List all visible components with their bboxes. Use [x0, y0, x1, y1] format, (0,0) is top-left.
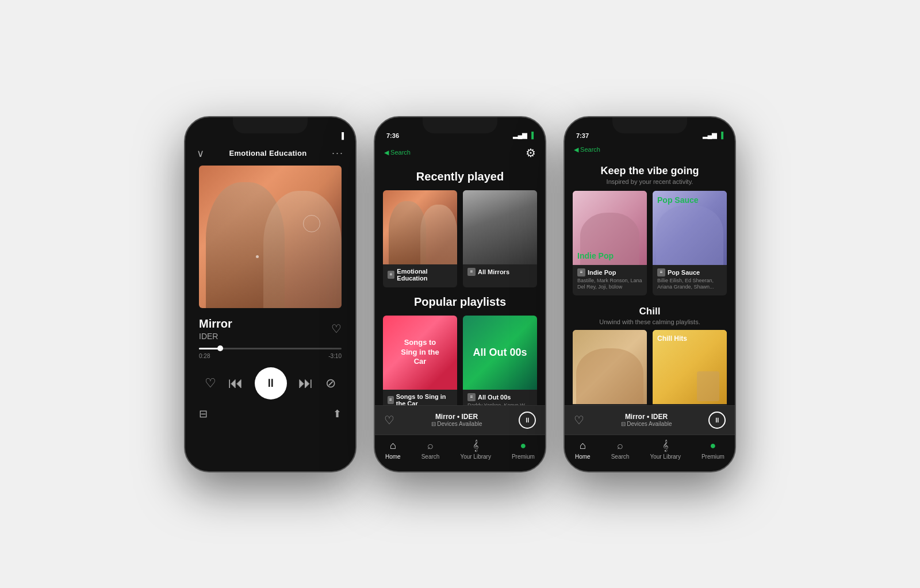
phone-1-screen: ▐ ∨ Emotional Education ··· [185, 117, 355, 471]
playlist-title: Emotional Education [229, 149, 307, 157]
nav-search-label-3: Search [611, 454, 630, 460]
next-button[interactable]: ⏭ [298, 374, 313, 392]
time-3: 7:37 [576, 132, 589, 139]
status-bar-3: 7:37 ▂▄▆ ▐ [565, 117, 735, 143]
card-img-indie: Indie Pop [573, 191, 647, 265]
back-search-2[interactable]: ◀ Search [384, 149, 411, 156]
mini-song-sub-3: ⊟ Devices Available [621, 421, 672, 427]
heart-icon[interactable]: ♡ [331, 322, 342, 336]
recently-played-title: Recently played [375, 170, 545, 183]
recently-played-cards: ≡ Emotional Education ≡ All Mirro [375, 190, 545, 287]
nav-library-2[interactable]: 𝄞 Your Library [460, 440, 491, 460]
playlist-icon-indie: ≡ [577, 268, 585, 276]
car-song-label: Songs toSing in theCar [395, 332, 444, 373]
search-nav-icon-3: ⌕ [617, 440, 623, 452]
status-bar-2: 7:36 ▂▄▆ ▐ [375, 117, 545, 143]
card-img-car: Songs toSing in theCar [383, 316, 457, 390]
album-art [199, 166, 342, 308]
nav-home-label-3: Home [575, 454, 591, 460]
status-icons-3: ▂▄▆ ▐ [703, 132, 723, 139]
pause-button[interactable]: ⏸ [255, 367, 287, 399]
progress-section: 0:28 -3:10 [185, 345, 355, 362]
card-img-chill: Chill Hits [653, 330, 727, 404]
phone-2-screen: 7:36 ▂▄▆ ▐ ◀ Search ⚙ Recently played [375, 117, 545, 471]
card-pop-sauce[interactable]: Pop Sauce ≡ Pop Sauce Billie Eilish, Ed … [653, 191, 727, 295]
phone-3: 7:37 ▂▄▆ ▐ ◀ Search Keep the vibe going … [564, 116, 736, 472]
card-img-hang [573, 330, 647, 404]
premium-nav-icon-2: ● [520, 440, 527, 452]
prev-button[interactable]: ⏮ [228, 374, 243, 392]
card-songs-car[interactable]: Songs toSing in theCar ≡ Songs to Sing i… [383, 316, 457, 405]
card-name-00s: All Out 00s [478, 394, 511, 401]
card-indie-pop[interactable]: Indie Pop ≡ Indie Pop Bastille, Mark Ron… [573, 191, 647, 295]
nav-premium-2[interactable]: ● Premium [512, 440, 535, 460]
card-all-out-00s[interactable]: All Out 00s ≡ All Out 00s Daddy Yankee, … [463, 316, 537, 405]
devices-icon[interactable]: ⊟ [199, 408, 208, 420]
nav-home-3[interactable]: ⌂ Home [575, 440, 591, 460]
card-hanging-out[interactable]: ≡ Hanging Out and Relaxing Lewis Capaldi… [573, 330, 647, 405]
popular-playlists-cards: Songs toSing in theCar ≡ Songs to Sing i… [375, 316, 545, 405]
premium-nav-icon-3: ● [710, 440, 716, 452]
more-options-icon[interactable]: ··· [332, 147, 344, 159]
time-current: 0:28 [199, 353, 210, 359]
bottom-nav-2: ⌂ Home ⌕ Search 𝄞 Your Library ● Premium [375, 435, 545, 471]
nav-search-label-2: Search [421, 454, 440, 460]
settings-icon-2[interactable]: ⚙ [526, 146, 536, 160]
nav-library-label-2: Your Library [460, 454, 491, 460]
back-search-3[interactable]: ◀ Search [574, 146, 600, 153]
card-img-pop: Pop Sauce [653, 191, 727, 265]
nav-premium-label-3: Premium [702, 454, 724, 460]
heart-control-icon[interactable]: ♡ [205, 376, 216, 391]
mini-player-3[interactable]: ♡ Mirror • IDER ⊟ Devices Available ⏸ [565, 405, 735, 435]
circle-decoration [303, 215, 320, 232]
nav-premium-3[interactable]: ● Premium [702, 440, 724, 460]
beach-chair [697, 371, 719, 401]
battery-icon-2: ▐ [529, 132, 534, 139]
extra-controls: ⊟ ⬆ [185, 404, 355, 429]
nav-search-2[interactable]: ⌕ Search [421, 440, 440, 460]
card-name-car: Songs to Sing in the Car [396, 393, 453, 405]
card-img-00s: All Out 00s [463, 316, 537, 390]
mini-pause-button-2[interactable]: ⏸ [519, 412, 536, 429]
nav-search-3[interactable]: ⌕ Search [611, 440, 630, 460]
mini-heart-icon-3[interactable]: ♡ [574, 413, 584, 427]
mini-heart-icon-2[interactable]: ♡ [384, 413, 394, 427]
mini-pause-button-3[interactable]: ⏸ [708, 412, 726, 429]
now-playing-screen: ∨ Emotional Education ··· Mirror ID [185, 143, 355, 471]
dot-decoration [256, 255, 259, 258]
nav-library-3[interactable]: 𝄞 Your Library [650, 440, 681, 460]
phone-2: 7:36 ▂▄▆ ▐ ◀ Search ⚙ Recently played [374, 116, 546, 472]
playlist-icon-pop: ≡ [657, 268, 665, 276]
library-nav-icon-2: 𝄞 [473, 440, 479, 452]
home-screen-2: ◀ Search ⚙ Recently played ≡ Emotiona [375, 143, 545, 405]
nav-home-2[interactable]: ⌂ Home [385, 440, 401, 460]
time-remaining: -3:10 [328, 353, 342, 359]
progress-bar[interactable] [199, 348, 342, 349]
search-nav-icon-2: ⌕ [427, 440, 434, 452]
card-sub-pop: Billie Eilish, Ed Sheeran, Ariana Grande… [657, 278, 722, 291]
share-icon[interactable]: ⬆ [333, 408, 342, 420]
card-chill-hits[interactable]: Chill Hits ≡ Chill Hits Bill... [653, 330, 727, 405]
playlist-icon-ee: ≡ [388, 271, 394, 279]
card-all-mirrors[interactable]: ≡ All Mirrors [463, 190, 537, 287]
mini-song-title-3: Mirror • IDER [621, 413, 672, 421]
card-emotional-education[interactable]: ≡ Emotional Education [383, 190, 457, 287]
status-icons-1: ▐ [339, 132, 344, 139]
status-bar-1: ▐ [185, 117, 355, 143]
mini-player-2[interactable]: ♡ Mirror • IDER ⊟ Devices Available ⏸ [375, 405, 545, 435]
nav-premium-label-2: Premium [512, 454, 535, 460]
status-icons-2: ▂▄▆ ▐ [513, 132, 534, 139]
mini-song-info-3: Mirror • IDER ⊟ Devices Available [621, 413, 672, 427]
popular-playlists-title: Popular playlists [375, 295, 545, 309]
mini-song-info-2: Mirror • IDER ⊟ Devices Available [431, 413, 482, 427]
card-name-ee: Emotional Education [397, 268, 453, 282]
playback-controls: ♡ ⏮ ⏸ ⏭ ⊘ [185, 362, 355, 404]
block-icon[interactable]: ⊘ [325, 376, 336, 391]
nav-library-label-3: Your Library [650, 454, 681, 460]
chevron-down-icon[interactable]: ∨ [197, 147, 204, 160]
home-header-3: ◀ Search [565, 143, 735, 159]
home-nav-icon-3: ⌂ [580, 440, 586, 452]
time-2: 7:36 [386, 132, 399, 139]
keep-vibe-sub: Inspired by your recent activity. [565, 178, 735, 191]
card-img-ee [383, 190, 457, 264]
